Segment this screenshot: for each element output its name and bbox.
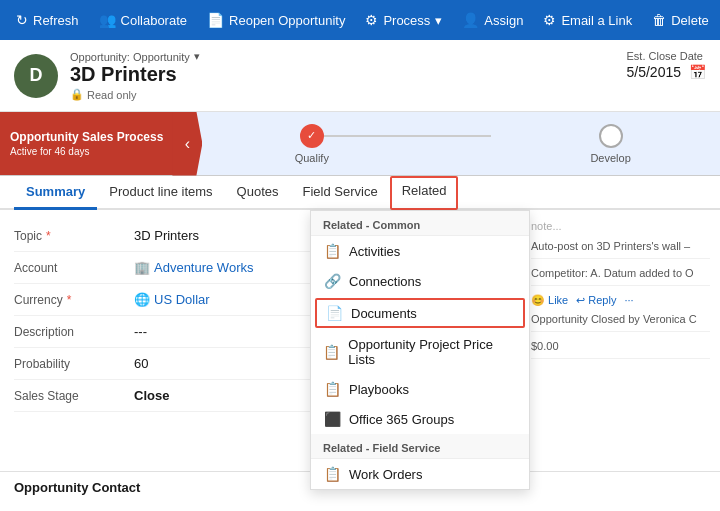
process-chevron-icon: ▾ — [435, 13, 442, 28]
sales-stage-label: Sales Stage — [14, 389, 134, 403]
like-button[interactable]: 😊 Like — [531, 294, 568, 307]
topic-value: 3D Printers — [134, 228, 199, 243]
opportunity-contact-label: Opportunity Contact — [14, 480, 140, 495]
stage-develop-circle — [599, 124, 623, 148]
timeline-entry-1: Auto-post on 3D Printers's wall – — [531, 240, 710, 259]
sales-stage-value: Close — [134, 388, 169, 403]
dropdown-item-activities[interactable]: 📋 Activities — [311, 236, 529, 266]
stage-qualify-circle: ✓ — [300, 124, 324, 148]
tabs-bar: Summary Product line items Quotes Field … — [0, 176, 720, 210]
required-star-currency: * — [67, 293, 72, 307]
dropdown-item-documents[interactable]: 📄 Documents — [315, 298, 525, 328]
dropdown-item-price-lists[interactable]: 📋 Opportunity Project Price Lists — [311, 330, 529, 374]
currency-value[interactable]: 🌐 US Dollar — [134, 292, 210, 307]
office365-icon: ⬛ — [323, 411, 341, 427]
probability-label: Probability — [14, 357, 134, 371]
assign-icon: 👤 — [462, 12, 479, 28]
avatar: D — [14, 54, 58, 98]
dropdown-item-work-orders[interactable]: 📋 Work Orders — [311, 459, 529, 489]
breadcrumb-chevron-icon: ▾ — [194, 50, 200, 63]
probability-value: 60 — [134, 356, 148, 371]
stage-develop-label: Develop — [590, 152, 630, 164]
tab-product-line[interactable]: Product line items — [97, 176, 224, 210]
refresh-icon: ↻ — [16, 12, 28, 28]
tab-summary[interactable]: Summary — [14, 176, 97, 210]
price-lists-icon: 📋 — [323, 344, 340, 360]
timeline-entry-3: Opportunity Closed by Veronica C — [531, 313, 710, 332]
readonly-badge: 🔒 Read only — [70, 88, 200, 101]
collaborate-button[interactable]: 👥 Collaborate — [91, 8, 196, 32]
dropdown-common-header: Related - Common — [311, 211, 529, 236]
topic-label: Topic * — [14, 229, 134, 243]
process-label: Opportunity Sales Process Active for 46 … — [0, 112, 173, 175]
currency-label: Currency * — [14, 293, 134, 307]
account-label: Account — [14, 261, 134, 275]
process-button[interactable]: ⚙ Process ▾ — [357, 8, 450, 32]
stage-develop[interactable]: Develop — [521, 124, 700, 164]
reopen-icon: 📄 — [207, 12, 224, 28]
process-bar: Opportunity Sales Process Active for 46 … — [0, 112, 720, 176]
right-panel: note... Auto-post on 3D Printers's wall … — [520, 210, 720, 471]
stage-line — [312, 135, 491, 137]
reply-button[interactable]: ↩ Reply — [576, 294, 616, 307]
account-icon: 🏢 — [134, 260, 150, 275]
playbooks-icon: 📋 — [323, 381, 341, 397]
process-stages: ✓ Qualify Develop — [202, 112, 720, 175]
timeline-actions: 😊 Like ↩ Reply ··· — [531, 294, 710, 307]
assign-button[interactable]: 👤 Assign — [454, 8, 531, 32]
currency-icon: 🌐 — [134, 292, 150, 307]
collaborate-icon: 👥 — [99, 12, 116, 28]
toolbar: ↻ Refresh 👥 Collaborate 📄 Reopen Opportu… — [0, 0, 720, 40]
description-label: Description — [14, 325, 134, 339]
calendar-icon[interactable]: 📅 — [689, 64, 706, 80]
dropdown-field-service-header: Related - Field Service — [311, 434, 529, 459]
reopen-button[interactable]: 📄 Reopen Opportunity — [199, 8, 353, 32]
refresh-button[interactable]: ↻ Refresh — [8, 8, 87, 32]
timeline-entry-2: Competitor: A. Datum added to O — [531, 267, 710, 286]
timeline-entry-4: $0.00 — [531, 340, 710, 359]
work-orders-icon: 📋 — [323, 466, 341, 482]
more-button[interactable]: ··· — [624, 294, 633, 307]
dropdown-menu[interactable]: Related - Common 📋 Activities 🔗 Connecti… — [310, 210, 530, 490]
stage-qualify-label: Qualify — [295, 152, 329, 164]
tab-quotes[interactable]: Quotes — [225, 176, 291, 210]
activities-icon: 📋 — [323, 243, 341, 259]
process-icon: ⚙ — [365, 12, 378, 28]
dropdown-item-office365[interactable]: ⬛ Office 365 Groups — [311, 404, 529, 434]
email-link-button[interactable]: ⚙ Email a Link — [535, 8, 640, 32]
description-value: --- — [134, 324, 147, 339]
main-content: Topic * 3D Printers Account 🏢 Adventure … — [0, 210, 720, 471]
account-value[interactable]: 🏢 Adventure Works — [134, 260, 253, 275]
delete-button[interactable]: 🗑 Delete — [644, 8, 717, 32]
record-header: D Opportunity: Opportunity ▾ 3D Printers… — [0, 40, 720, 112]
stage-qualify[interactable]: ✓ Qualify — [222, 124, 401, 164]
connections-icon: 🔗 — [323, 273, 341, 289]
tab-field-service[interactable]: Field Service — [291, 176, 390, 210]
lock-icon: 🔒 — [70, 88, 84, 101]
email-icon: ⚙ — [543, 12, 556, 28]
process-collapse-button[interactable]: ‹ — [172, 112, 202, 176]
dropdown-item-playbooks[interactable]: 📋 Playbooks — [311, 374, 529, 404]
record-title: 3D Printers — [70, 63, 200, 86]
documents-icon: 📄 — [325, 305, 343, 321]
dropdown-item-connections[interactable]: 🔗 Connections — [311, 266, 529, 296]
required-star: * — [46, 229, 51, 243]
est-close-date: 5/5/2015 📅 — [627, 64, 707, 80]
delete-icon: 🗑 — [652, 12, 666, 28]
breadcrumb[interactable]: Opportunity: Opportunity ▾ — [70, 50, 200, 63]
est-close-label: Est. Close Date — [627, 50, 707, 62]
timeline-note-placeholder[interactable]: note... — [531, 220, 710, 232]
tab-related[interactable]: Related — [390, 176, 459, 210]
